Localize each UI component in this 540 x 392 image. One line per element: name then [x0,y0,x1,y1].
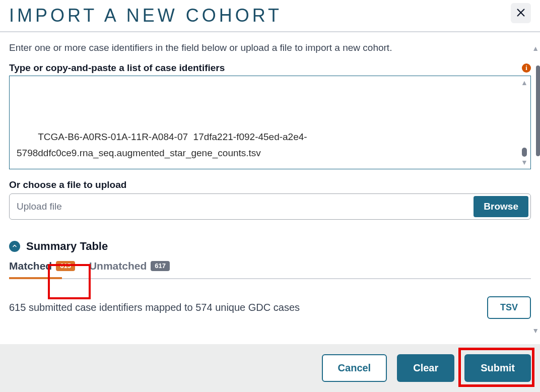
submit-button[interactable]: Submit [464,354,531,382]
tab-unmatched-badge: 617 [151,261,170,272]
summary-header: Summary Table [9,240,531,253]
summary-toggle-button[interactable] [9,241,20,252]
upload-placeholder[interactable]: Upload file [10,194,471,219]
tsv-button[interactable]: TSV [487,296,531,319]
identifiers-textarea[interactable]: . TCGA-B6-A0RS-01A-11R-A084-07 17dfa221-… [9,76,531,169]
upload-label: Or choose a file to upload [9,179,531,190]
clear-button[interactable]: Clear [397,354,454,382]
modal-title: IMPORT A NEW COHORT [9,5,282,26]
result-text: 615 submitted case identifiers mapped to… [9,302,300,313]
close-icon [515,7,526,20]
tab-unmatched[interactable]: Unmatched 617 [89,260,170,272]
outer-scroll-thumb[interactable] [536,66,540,156]
tab-unmatched-label: Unmatched [89,260,147,272]
info-icon[interactable]: i [522,63,531,73]
tab-matched[interactable]: Matched 615 [9,260,75,272]
close-button[interactable] [511,3,531,23]
identifiers-label-row: Type or copy-and-paste a list of case id… [9,62,531,74]
import-cohort-modal: IMPORT A NEW COHORT Enter one or more ca… [0,0,540,392]
tab-matched-badge: 615 [56,261,75,272]
active-tab-underline [9,277,62,279]
upload-row: Upload file Browse [9,193,531,220]
modal-footer: Cancel Clear Submit [0,344,540,392]
scroll-up-icon[interactable]: ▲ [521,79,528,86]
summary-title: Summary Table [26,240,108,253]
identifier-line-1: TCGA-B6-A0RS-01A-11R-A084-07 17dfa221-f0… [17,132,307,158]
tabs-row: Matched 615 Unmatched 617 [9,260,531,279]
result-row: 615 submitted case identifiers mapped to… [9,296,531,319]
scroll-down-icon[interactable]: ▼ [521,159,528,166]
identifiers-text-content: . TCGA-B6-A0RS-01A-11R-A084-07 17dfa221-… [10,76,530,169]
scroll-thumb[interactable] [522,148,527,157]
modal-header: IMPORT A NEW COHORT [0,0,540,32]
instruction-text: Enter one or more case identifiers in th… [9,42,531,53]
tab-matched-label: Matched [9,260,52,272]
textarea-scrollbar[interactable]: ▲ ▼ [520,79,528,166]
identifiers-label: Type or copy-and-paste a list of case id… [9,62,225,74]
outer-scroll-up-icon[interactable]: ▲ [532,44,539,52]
outer-scroll-down-icon[interactable]: ▼ [532,326,539,335]
cancel-button[interactable]: Cancel [322,354,387,382]
modal-body: Enter one or more case identifiers in th… [0,32,540,319]
chevron-up-icon [12,242,18,251]
browse-button[interactable]: Browse [474,196,528,217]
